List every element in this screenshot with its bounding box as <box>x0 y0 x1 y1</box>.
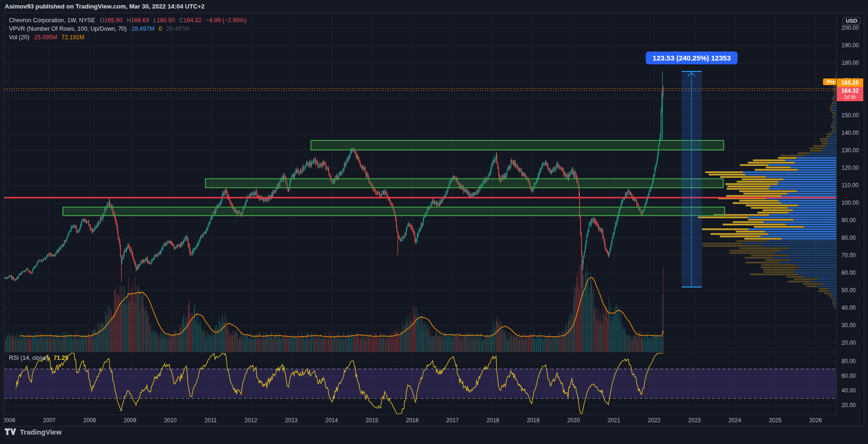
supply-demand-zone-3[interactable] <box>62 207 725 216</box>
year-tick: 2024 <box>726 417 744 424</box>
price-tick: 140.00 <box>841 130 859 136</box>
price-tick: 130.00 <box>841 147 859 154</box>
legend-row-title: Vol (20) <box>9 34 29 41</box>
year-tick: 2020 <box>564 417 583 424</box>
premarket-price-chip: 165.20 <box>837 78 863 87</box>
price-tick: 70.00 <box>841 252 856 259</box>
chart-legend: Chevron Corporation, 1W, NYSEO165.90H166… <box>9 16 251 42</box>
rsi-legend-title: RSI (14, close) <box>9 355 48 361</box>
rsi-value: 71.25 <box>53 355 68 361</box>
year-tick: 2015 <box>363 417 381 424</box>
last-price-chip: 164.32 2d 8h <box>837 87 863 101</box>
year-tick: 2018 <box>483 417 502 424</box>
price-tick: 20.00 <box>841 340 856 346</box>
year-tick: 2010 <box>161 417 180 424</box>
price-tick: 90.00 <box>841 217 856 224</box>
price-tick: 110.00 <box>841 182 859 189</box>
price-tick: 200.00 <box>841 25 859 31</box>
measure-tooltip: 123.53 (240.25%) 12353 <box>646 52 737 64</box>
tradingview-logo-icon <box>5 428 16 436</box>
legend-value: O165.90 <box>100 17 123 24</box>
currency-chip: USD <box>842 17 860 25</box>
price-tick: 60.00 <box>841 270 856 276</box>
legend-row-title: VPVR (Number Of Rows, 100, Up/Down, 70) <box>9 26 127 32</box>
legend-value: 0 <box>159 26 162 32</box>
price-tick: 100.00 <box>841 200 859 206</box>
chart-widget: Chevron Corporation, 1W, NYSEO165.90H166… <box>4 13 864 427</box>
year-tick: 2011 <box>201 417 220 424</box>
rsi-tick: 80.00 <box>841 358 856 365</box>
legend-value: −4.99 (−2.95%) <box>206 17 247 24</box>
page: Asimov93 published on TradingView.com, M… <box>0 0 868 444</box>
price-tick: 50.00 <box>841 287 856 294</box>
year-tick: 2026 <box>806 417 825 424</box>
legend-value: L160.50 <box>153 17 175 24</box>
legend-row-2[interactable]: VPVR (Number Of Rows, 100, Up/Down, 70)2… <box>9 25 251 33</box>
legend-row-title: Chevron Corporation, 1W, NYSE <box>9 17 95 24</box>
year-tick: 2006 <box>4 417 18 424</box>
bar-countdown: 2d 8h <box>837 94 863 101</box>
legend-value: H166.63 <box>127 17 149 24</box>
price-axis[interactable]: USD 165.20 164.32 2d 8h 200.00190.00180.… <box>836 13 864 426</box>
price-tick: 150.00 <box>841 112 859 119</box>
footer-brand[interactable]: TradingView <box>20 428 62 436</box>
time-axis[interactable]: 2006200720082009201020112012201320142015… <box>4 414 837 426</box>
year-tick: 2017 <box>443 417 462 424</box>
supply-demand-zone-2[interactable] <box>205 178 724 188</box>
year-tick: 2013 <box>282 417 301 424</box>
publish-info: Asimov93 published on TradingView.com, M… <box>5 3 204 10</box>
footer: TradingView <box>5 428 62 436</box>
year-tick: 2007 <box>40 417 59 424</box>
measure-center-line <box>691 72 692 287</box>
supply-demand-zone-1[interactable] <box>310 140 724 150</box>
rsi-tick: 20.00 <box>841 402 856 409</box>
legend-value: 28.497M <box>166 26 189 32</box>
legend-row-1[interactable]: Chevron Corporation, 1W, NYSEO165.90H166… <box>9 16 251 25</box>
year-tick: 2014 <box>322 417 341 424</box>
rsi-legend[interactable]: RSI (14, close) 71.25 <box>9 355 68 361</box>
year-tick: 2012 <box>241 417 260 424</box>
legend-value: 72.192M <box>62 34 85 41</box>
year-tick: 2008 <box>80 417 99 424</box>
price-tick: 80.00 <box>841 235 856 241</box>
year-tick: 2025 <box>766 417 785 424</box>
legend-row-3[interactable]: Vol (20)25.095M72.192M <box>9 33 251 42</box>
price-tick: 40.00 <box>841 305 856 311</box>
price-tick: 180.00 <box>841 60 859 66</box>
year-tick: 2019 <box>524 417 543 424</box>
legend-value: C164.32 <box>179 17 201 24</box>
last-price-value: 164.32 <box>837 87 863 94</box>
price-tick: 120.00 <box>841 165 859 171</box>
arrow-up-icon <box>687 72 696 77</box>
rsi-tick: 40.00 <box>841 387 856 394</box>
year-tick: 2022 <box>645 417 664 424</box>
year-tick: 2023 <box>685 417 704 424</box>
price-tick: 190.00 <box>841 42 859 49</box>
year-tick: 2016 <box>403 417 422 424</box>
year-tick: 2009 <box>121 417 140 424</box>
price-tick: 30.00 <box>841 322 856 329</box>
legend-value: 28.497M <box>132 26 155 32</box>
legend-value: 25.095M <box>34 34 57 41</box>
rsi-tick: 60.00 <box>841 373 856 379</box>
year-tick: 2021 <box>604 417 623 424</box>
price-range-tool[interactable] <box>682 71 702 287</box>
